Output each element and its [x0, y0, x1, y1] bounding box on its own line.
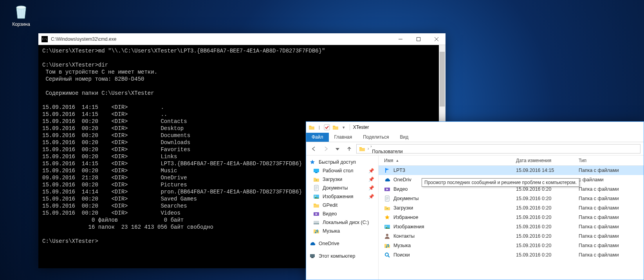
svg-point-16	[16, 6, 26, 9]
file-row[interactable]: Музыка15.09.2016 0:20Папка с файлами	[379, 241, 644, 250]
sidebar-item[interactable]: Изображения📌	[306, 192, 378, 201]
file-date: 15.09.2016 0:20	[511, 224, 573, 229]
sidebar-item[interactable]: Загрузки📌	[306, 175, 378, 184]
music-icon	[384, 242, 390, 249]
pictures-icon	[384, 224, 390, 230]
pc-icon	[309, 253, 316, 259]
svg-rect-17	[417, 37, 420, 41]
chevron-right-icon[interactable]: ›	[367, 146, 370, 151]
tab-view[interactable]: Вид	[394, 133, 414, 142]
desktop-icon-label: Корзина	[12, 22, 30, 27]
file-date: 15.09.2016 0:20	[511, 233, 573, 239]
pin-icon: 📌	[368, 177, 374, 182]
file-date: 15.09.2016 14:15	[511, 168, 573, 173]
documents-icon	[384, 195, 390, 202]
scroll-thumb[interactable]	[440, 52, 445, 107]
file-type: Папка с файлами	[573, 224, 644, 229]
file-name: Поиски	[393, 252, 410, 258]
file-name: OneDriv	[393, 177, 411, 182]
pin-icon: 📌	[368, 185, 374, 191]
column-type[interactable]: Тип	[573, 158, 644, 163]
sidebar-quick-access[interactable]: Быстрый доступ	[306, 158, 378, 166]
sidebar-onedrive[interactable]: OneDrive	[306, 239, 378, 248]
sidebar-item[interactable]: Документы📌	[306, 184, 378, 192]
ribbon-tabs: Файл Главная Поделиться Вид	[306, 133, 644, 142]
column-headers: Имя▲ Дата изменения Тип	[379, 155, 644, 166]
file-type: Папка с файлами	[573, 233, 644, 239]
file-row[interactable]: Поиски15.09.2016 0:20Папка с файлами	[379, 250, 644, 260]
file-type: Папка с файлами	[573, 215, 644, 220]
pin-icon: 📌	[368, 194, 374, 199]
desktop-icon-recycle-bin[interactable]: Корзина	[7, 2, 35, 27]
file-date: 15.09.2016 0:20	[511, 215, 573, 220]
file-row[interactable]: Загрузки15.09.2016 0:20Папка с файлами	[379, 203, 644, 213]
column-name[interactable]: Имя▲	[379, 158, 511, 163]
file-date: 15.09.2016 0:20	[511, 196, 573, 201]
nav-back-button[interactable]	[309, 144, 319, 154]
tab-file[interactable]: Файл	[306, 133, 329, 142]
folder-icon	[313, 202, 319, 208]
cmd-titlebar[interactable]: C:\Windows\system32\cmd.exe	[38, 33, 446, 45]
nav-up-button[interactable]	[345, 144, 354, 154]
file-row[interactable]: Избранное15.09.2016 0:20Папка с файлами	[379, 213, 644, 222]
file-name: Загрузки	[393, 205, 413, 211]
minimize-button[interactable]	[391, 33, 409, 45]
file-type: Папка с файлами	[573, 205, 644, 211]
music-icon	[313, 228, 319, 234]
file-name: LPT3	[393, 168, 405, 173]
qat-dropdown-icon[interactable]: ▾	[341, 125, 346, 130]
explorer-navbar: › Этот компьютер›Локальный диск (C:)›Пол…	[306, 142, 644, 155]
file-type: Папка с файлами	[573, 168, 644, 173]
nav-forward-button[interactable]	[321, 144, 330, 154]
column-date[interactable]: Дата изменения	[511, 158, 573, 163]
file-name: Музыка	[393, 243, 411, 248]
qat-separator: |	[317, 125, 321, 130]
tab-home[interactable]: Главная	[329, 133, 358, 142]
downloads-icon	[384, 205, 390, 211]
file-date: 15.09.2016 0:20	[511, 186, 573, 192]
sidebar-item[interactable]: GPedit	[306, 201, 378, 210]
file-date: 15.09.2016 0:20	[511, 243, 573, 248]
tab-share[interactable]: Поделиться	[357, 133, 394, 142]
flag-icon	[384, 167, 390, 173]
maximize-button[interactable]	[409, 33, 428, 45]
favorites-icon	[384, 214, 390, 220]
file-type: Папка с файлами	[573, 186, 644, 192]
cmd-title: C:\Windows\system32\cmd.exe	[51, 36, 116, 42]
properties-icon[interactable]	[324, 124, 330, 130]
file-date: 15.09.2016 0:20	[511, 205, 573, 211]
file-row[interactable]: Документы15.09.2016 0:20Папка с файлами	[379, 194, 644, 203]
breadcrumb[interactable]: › Этот компьютер›Локальный диск (C:)›Пол…	[356, 144, 640, 154]
breadcrumb-item[interactable]: Пользователи	[370, 149, 419, 154]
file-name: Контакты	[393, 233, 415, 239]
file-date: 15.09.2016 0:20	[511, 252, 573, 258]
explorer-title: XTester	[353, 125, 369, 130]
search-icon	[384, 252, 390, 258]
file-name: Документы	[393, 196, 419, 201]
file-row[interactable]: LPT315.09.2016 14:15Папка с файлами	[379, 166, 644, 175]
explorer-sidebar: Быстрый доступ Рабочий стол📌Загрузки📌Док…	[306, 155, 379, 280]
sidebar-item[interactable]: Локальный диск (C:)	[306, 218, 378, 227]
onedrive-icon	[384, 177, 390, 183]
file-type: Папка с файлами	[573, 196, 644, 201]
sidebar-this-pc[interactable]: Этот компьютер	[306, 252, 378, 260]
file-name: Изображения	[393, 224, 424, 229]
recycle-bin-icon	[12, 2, 31, 21]
folder-icon	[359, 146, 365, 152]
sidebar-item[interactable]: Видео	[306, 210, 378, 218]
file-row[interactable]: Изображения15.09.2016 0:20Папка с файлам…	[379, 222, 644, 231]
chevron-right-icon[interactable]: ›	[370, 144, 372, 148]
tooltip: Просмотр последних сообщений и решение п…	[422, 178, 579, 187]
sidebar-item[interactable]: Рабочий стол📌	[306, 166, 378, 175]
file-name: Видео	[393, 186, 408, 192]
nav-recent-button[interactable]	[333, 144, 342, 154]
qat-folder-icon[interactable]	[332, 124, 339, 130]
documents-icon	[313, 185, 319, 191]
explorer-titlebar[interactable]: | ▾ XTester	[306, 122, 644, 133]
folder-icon	[308, 124, 315, 130]
sidebar-item[interactable]: Музыка	[306, 227, 378, 235]
file-row[interactable]: Контакты15.09.2016 0:20Папка с файлами	[379, 231, 644, 241]
close-button[interactable]	[428, 33, 446, 45]
cmd-icon	[41, 36, 48, 42]
file-type: Папка с файлами	[573, 252, 644, 258]
